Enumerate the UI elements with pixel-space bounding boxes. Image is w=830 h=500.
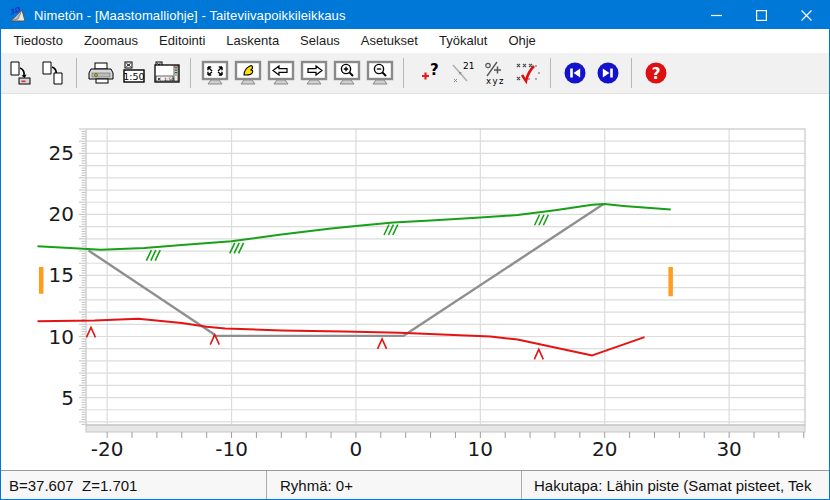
- arrow-left-icon: [266, 59, 296, 88]
- svg-text:1:50: 1:50: [164, 77, 174, 82]
- close-button[interactable]: [784, 1, 829, 29]
- toolbar-separator: [550, 58, 551, 88]
- help-button[interactable]: ?: [639, 56, 672, 90]
- print-icon: [87, 59, 115, 87]
- view-layout-button[interactable]: 1:50: [150, 56, 183, 90]
- previous-element-icon: [561, 59, 589, 87]
- menu-selaus[interactable]: Selaus: [290, 29, 351, 53]
- zoom-in-icon: [332, 59, 362, 88]
- toolbar-separator: [190, 58, 191, 88]
- x-axis-label: 30: [716, 437, 741, 461]
- menu-laskenta[interactable]: Laskenta: [216, 29, 290, 53]
- check-points-icon: [512, 59, 542, 87]
- slope-hatch-mark: [535, 215, 549, 226]
- toolbar-separator: [403, 58, 404, 88]
- x-axis-label: 0: [350, 437, 363, 461]
- slope-hatch-mark: [146, 250, 160, 260]
- menu-ohje[interactable]: Ohje: [498, 29, 546, 53]
- svg-text:?: ?: [430, 61, 439, 79]
- view-layout-icon: 1:50: [152, 59, 182, 87]
- menu-bar: Tiedosto Zoomaus Editointi Laskenta Sela…: [1, 29, 829, 53]
- menu-zoomaus[interactable]: Zoomaus: [73, 29, 148, 53]
- y-axis-label: 25: [49, 141, 74, 165]
- svg-text:1:50: 1:50: [123, 71, 144, 82]
- previous-view-button[interactable]: [264, 56, 297, 90]
- svg-text:xyz: xyz: [486, 76, 505, 86]
- next-element-icon: [594, 59, 622, 87]
- cross-section-chart: 252015105-20-100102030: [1, 94, 829, 470]
- y-axis-label: 20: [49, 202, 74, 226]
- point-number-button[interactable]: 21: [444, 56, 477, 90]
- cross-section-gray: [89, 204, 604, 336]
- window-title: Nimetön - [Maastomalliohje] - Taiteviiva…: [34, 8, 346, 23]
- menu-tyokalut[interactable]: Työkalut: [428, 29, 497, 53]
- y-axis-label: 5: [61, 386, 74, 410]
- scale-1-50-icon: 1:50: [120, 59, 148, 87]
- fit-view-icon: [200, 59, 230, 88]
- svg-text:?: ?: [651, 65, 660, 83]
- minimize-button[interactable]: [694, 1, 739, 29]
- title-bar: 3D Nimetön - [Maastomalliohje] - Taitevi…: [1, 1, 829, 29]
- next-element-button[interactable]: [591, 56, 624, 90]
- maximize-button[interactable]: [739, 1, 784, 29]
- add-point-icon: ?: [414, 59, 442, 87]
- file-copy-icon: [39, 59, 67, 87]
- svg-text:21: 21: [463, 61, 474, 71]
- status-bar: B=37.607 Z=1.701 Ryhmä: 0+ Hakutapa: Läh…: [1, 470, 829, 499]
- next-view-button[interactable]: [297, 56, 330, 90]
- application-window: 3D Nimetön - [Maastomalliohje] - Taitevi…: [0, 0, 830, 500]
- check-points-button[interactable]: [510, 56, 543, 90]
- x-axis-label: 10: [468, 437, 493, 461]
- help-icon: ?: [642, 59, 670, 87]
- status-group: Ryhmä: 0+: [267, 471, 522, 499]
- zoom-out-button[interactable]: [363, 56, 396, 90]
- print-button[interactable]: [84, 56, 117, 90]
- app-icon: 3D: [9, 7, 27, 23]
- y-axis-label: 10: [49, 325, 74, 349]
- arrow-right-icon: [299, 59, 329, 88]
- menu-asetukset[interactable]: Asetukset: [350, 29, 428, 53]
- status-search-mode: Hakutapa: Lähin piste (Samat pisteet, Te…: [522, 471, 829, 499]
- zoom-in-button[interactable]: [330, 56, 363, 90]
- coordinates-icon: xyz: [480, 59, 508, 87]
- file-copy-button[interactable]: [36, 56, 69, 90]
- point-caret-mark: [86, 327, 95, 337]
- pan-view-icon: [233, 59, 263, 88]
- previous-element-button[interactable]: [558, 56, 591, 90]
- point-caret-mark: [534, 349, 543, 359]
- toolbar: 1:50 1:50: [1, 53, 829, 94]
- fit-view-button[interactable]: [198, 56, 231, 90]
- export-file-button[interactable]: [3, 56, 36, 90]
- export-file-icon: [6, 59, 34, 87]
- add-point-button[interactable]: ?: [411, 56, 444, 90]
- coordinates-button[interactable]: xyz: [477, 56, 510, 90]
- x-axis-label: -20: [91, 437, 124, 461]
- x-axis-label: -10: [215, 437, 248, 461]
- point-caret-mark: [378, 339, 387, 349]
- cross-section-view[interactable]: 252015105-20-100102030: [1, 94, 829, 470]
- x-axis-label: 20: [592, 437, 617, 461]
- pan-view-button[interactable]: [231, 56, 264, 90]
- menu-tiedosto[interactable]: Tiedosto: [3, 29, 73, 53]
- toolbar-separator: [631, 58, 632, 88]
- menu-editointi[interactable]: Editointi: [149, 29, 216, 53]
- status-coordinates: B=37.607 Z=1.701: [1, 471, 267, 499]
- scale-button[interactable]: 1:50: [117, 56, 150, 90]
- y-axis-label: 15: [49, 263, 74, 287]
- toolbar-separator: [76, 58, 77, 88]
- point-number-icon: 21: [447, 59, 475, 87]
- zoom-out-icon: [365, 59, 395, 88]
